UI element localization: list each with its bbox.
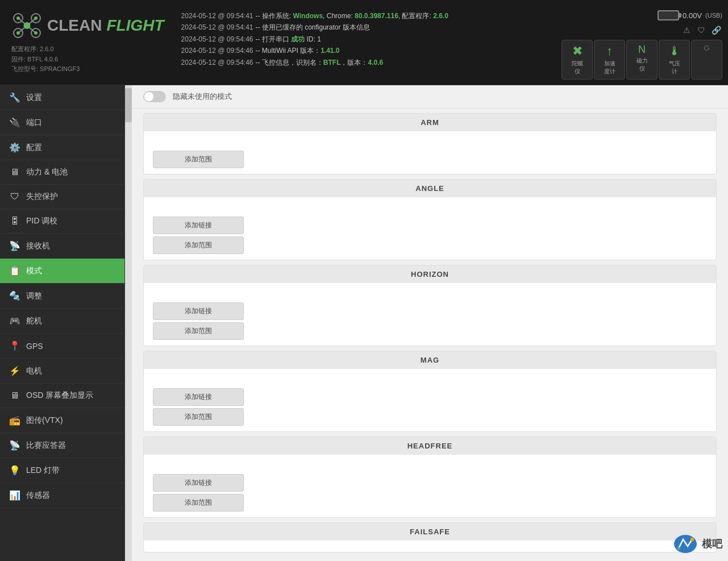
sidebar-item-gps[interactable]: 📍 GPS <box>0 334 124 359</box>
mode-card-failsafe-mode: FAILSAFE <box>143 522 717 552</box>
sidebar-item-adjustments[interactable]: 🔩 调整 <box>0 284 124 309</box>
header: CLEANFLIGHT 配置程序: 2.6.0 固件: BTFL 4.0.6 飞… <box>0 0 728 85</box>
sidebar-label-modes: 模式 <box>26 266 42 276</box>
sidebar-item-pid[interactable]: 🎛 PID 调校 <box>0 209 124 234</box>
motor-icon: ⚡ <box>9 365 20 376</box>
mode-card-headfree: HEADFREE 添加链接 添加范围 <box>143 437 717 518</box>
sensors-icon: 📊 <box>9 490 20 501</box>
mode-title-headfree: HEADFREE <box>144 437 716 455</box>
osd-icon: 🖥 <box>9 390 20 401</box>
sidebar-label-vtx: 图传(VTX) <box>26 415 63 426</box>
add-link-angle-button[interactable]: 添加链接 <box>153 217 244 234</box>
mode-body-failsafe <box>144 541 716 552</box>
log-area: 2024-05-12 @ 09:54:41 -- 操作系统: Windows, … <box>176 6 556 73</box>
svg-point-12 <box>690 538 694 541</box>
fc-type: 飞控型号: SPRACINGF3 <box>11 64 164 74</box>
mode-card-horizon: HORIZON 添加链接 添加范围 <box>143 265 717 346</box>
voltage-text: 0.00V <box>683 11 702 20</box>
mode-title-arm: ARM <box>144 114 716 131</box>
sidebar-label-sensors: 传感器 <box>26 491 50 501</box>
svg-point-13 <box>677 547 680 550</box>
scrollbar-thumb[interactable] <box>125 88 132 122</box>
sidebar-item-power[interactable]: 🖥 动力 & 电池 <box>0 160 124 185</box>
add-range-arm-button[interactable]: 添加范围 <box>153 151 244 168</box>
sidebar-item-failsafe[interactable]: 🛡 失控保护 <box>0 185 124 209</box>
content-area: 隐藏未使用的模式 ARM 添加范围 ANGLE 添加链接 添加范围 HORIZO… <box>132 85 728 561</box>
main: 🔧 设置 🔌 端口 ⚙️ 配置 🖥 动力 & 电池 🛡 失控保护 🎛 PID 调… <box>0 85 728 561</box>
add-range-horizon-button[interactable]: 添加范围 <box>153 322 244 340</box>
log-line-2: 2024-05-12 @ 09:54:41 -- 使用已缓存的 configur… <box>181 22 550 33</box>
mode-card-mag: MAG 添加链接 添加范围 <box>143 351 717 432</box>
sidebar-label-settings: 设置 <box>26 93 42 103</box>
mode-title-horizon: HORIZON <box>144 265 716 283</box>
bottom-logo: 模吧 <box>671 533 722 555</box>
acc-icon: ↑ <box>606 44 613 59</box>
mode-body-arm <box>144 131 716 148</box>
sidebar-label-osd: OSD 屏幕叠加显示 <box>26 390 93 401</box>
add-range-headfree-button[interactable]: 添加范围 <box>153 494 244 512</box>
logo: CLEANFLIGHT <box>11 11 164 40</box>
mode-body-headfree <box>144 455 716 472</box>
sidebar-label-adjustments: 调整 <box>26 291 42 301</box>
add-link-mag-button[interactable]: 添加链接 <box>153 388 244 406</box>
battery-icon <box>658 10 679 20</box>
logo-flight: FLIGHT <box>106 16 164 35</box>
sidebar-item-config[interactable]: ⚙️ 配置 <box>0 135 124 160</box>
version-info: 配置程序: 2.6.0 固件: BTFL 4.0.6 飞控型号: SPRACIN… <box>11 44 164 74</box>
mag-icon: N <box>638 44 646 56</box>
add-range-angle-button[interactable]: 添加范围 <box>153 236 244 254</box>
mag-sensor[interactable]: N 磁力 仪 <box>626 40 658 80</box>
sidebar-label-power: 动力 & 电池 <box>26 167 68 177</box>
adjustments-icon: 🔩 <box>9 290 20 301</box>
receiver-icon: 📡 <box>9 240 20 251</box>
battery-row: 0.00V (USB) <box>658 10 722 20</box>
add-range-mag-button[interactable]: 添加范围 <box>153 408 244 426</box>
sidebar-item-vtx[interactable]: 📻 图传(VTX) <box>0 408 124 433</box>
sidebar-label-failsafe: 失控保护 <box>26 192 58 202</box>
sidebar-item-motor[interactable]: ⚡ 电机 <box>0 359 124 384</box>
add-link-horizon-button[interactable]: 添加链接 <box>153 302 244 320</box>
extra-sensor[interactable]: G <box>691 40 722 80</box>
content-header: 隐藏未使用的模式 <box>132 85 728 109</box>
svg-point-9 <box>16 31 20 35</box>
mode-title-mag: MAG <box>144 351 716 369</box>
gyro-sensor[interactable]: ✖ 陀螺 仪 <box>561 40 593 80</box>
baro-sensor[interactable]: 🌡 气压 计 <box>659 40 690 80</box>
sidebar-label-transponder: 比赛应答器 <box>26 441 66 451</box>
sidebar-item-receiver[interactable]: 📡 接收机 <box>0 234 124 259</box>
modes-icon: 📋 <box>9 265 20 276</box>
log-line-5: 2024-05-12 @ 09:54:46 -- 飞控信息，识别名：BTFL，版… <box>181 57 550 68</box>
svg-point-7 <box>16 16 20 20</box>
mode-card-arm: ARM 添加范围 <box>143 113 717 174</box>
sidebar-item-ports[interactable]: 🔌 端口 <box>0 110 124 135</box>
sidebar-label-servos: 舵机 <box>26 316 42 326</box>
sidebar-label-led: LED 灯带 <box>26 466 60 476</box>
sidebar-item-transponder[interactable]: 📡 比赛应答器 <box>0 433 124 458</box>
sidebar: 🔧 设置 🔌 端口 ⚙️ 配置 🖥 动力 & 电池 🛡 失控保护 🎛 PID 调… <box>0 85 125 561</box>
gyro-icon: ✖ <box>572 44 583 59</box>
sidebar-item-settings[interactable]: 🔧 设置 <box>0 85 124 110</box>
scrollbar-track[interactable] <box>125 85 132 561</box>
sidebar-item-sensors[interactable]: 📊 传感器 <box>0 483 124 508</box>
ports-icon: 🔌 <box>9 117 20 128</box>
shield-icon: 🛡 <box>695 24 708 36</box>
status-icons-row: ⚠ 🛡 🔗 <box>680 24 722 36</box>
warning-icon: ⚠ <box>680 24 693 36</box>
sidebar-item-led[interactable]: 💡 LED 灯带 <box>0 458 124 483</box>
log-line-1: 2024-05-12 @ 09:54:41 -- 操作系统: Windows, … <box>181 10 550 22</box>
led-icon: 💡 <box>9 465 20 476</box>
acc-sensor[interactable]: ↑ 加速 度计 <box>594 40 625 80</box>
hide-unused-toggle[interactable] <box>143 91 166 102</box>
sidebar-item-servos[interactable]: 🎮 舵机 <box>0 309 124 334</box>
mode-title-angle: ANGLE <box>144 180 716 197</box>
top-right-controls: 0.00V (USB) ⚠ 🛡 🔗 ✖ 陀螺 仪 ↑ 加速 度计 N 磁力 仪 <box>556 6 728 84</box>
mode-card-angle: ANGLE 添加链接 添加范围 <box>143 179 717 260</box>
sidebar-item-osd[interactable]: 🖥 OSD 屏幕叠加显示 <box>0 384 124 408</box>
sidebar-label-config: 配置 <box>26 143 42 153</box>
sidebar-item-modes[interactable]: 📋 模式 <box>0 259 124 284</box>
mode-buttons-mag: 添加链接 添加范围 <box>144 386 716 431</box>
mode-buttons-arm: 添加范围 <box>144 148 716 174</box>
svg-point-10 <box>34 31 38 35</box>
add-link-headfree-button[interactable]: 添加链接 <box>153 474 244 492</box>
sidebar-label-gps: GPS <box>26 342 43 351</box>
